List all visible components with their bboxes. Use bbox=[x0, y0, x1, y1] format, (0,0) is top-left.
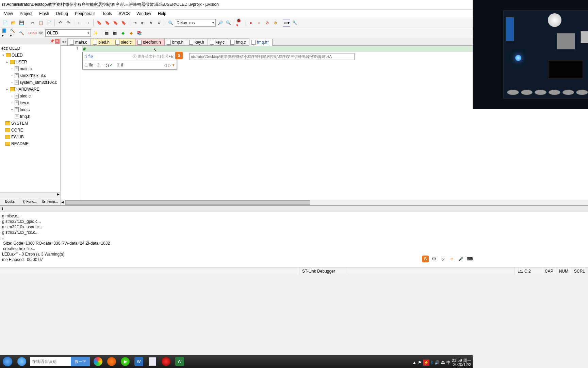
save-icon[interactable]: 💾 bbox=[18, 19, 25, 27]
find-icon[interactable]: 🔍 bbox=[167, 19, 174, 27]
scroll-right-icon[interactable]: ▶ bbox=[57, 193, 60, 196]
ime-punct-icon[interactable]: ッ bbox=[440, 256, 446, 262]
window-icon[interactable]: ▭▾ bbox=[283, 19, 290, 27]
search-button[interactable]: 搜一下 bbox=[71, 357, 90, 366]
editor-hscroll[interactable]: ◀ bbox=[61, 200, 588, 205]
debug-icon[interactable]: 🐞▾ bbox=[236, 19, 243, 27]
tray-icon[interactable]: ▲ bbox=[412, 360, 416, 365]
tab-oledfont-h[interactable]: oledfont.h bbox=[135, 39, 165, 45]
nav-fwd-icon[interactable]: → bbox=[84, 19, 92, 27]
tree-file[interactable]: fmq.h bbox=[1, 113, 60, 120]
tree-file[interactable]: ▾fmq.c bbox=[1, 106, 60, 113]
tree-file[interactable]: ▫system_stm32f10x.c bbox=[1, 79, 60, 86]
ime-keyboard-icon[interactable]: ⌨ bbox=[466, 256, 473, 262]
menu-flash[interactable]: Flash bbox=[36, 11, 52, 17]
copy-icon[interactable]: 📋 bbox=[37, 19, 45, 27]
find-combo[interactable]: Delay_ms ▾ bbox=[175, 19, 216, 27]
build-output-body[interactable]: g misc.c... g stm32f10x_gpio.c... g stm3… bbox=[0, 212, 588, 266]
breakpoint-kill-all-icon[interactable]: ⊗ bbox=[272, 19, 279, 27]
redo-icon[interactable]: ↷ bbox=[65, 19, 72, 27]
rebuild-icon[interactable]: 🔨 bbox=[18, 29, 25, 37]
bluetooth-icon[interactable]: ᛒ bbox=[431, 360, 433, 365]
taskbar-clock[interactable]: 21:59 周一 2020/12/2 bbox=[452, 358, 471, 367]
ime-candidate-3[interactable]: 3.if bbox=[117, 63, 123, 67]
ime-floating-toolbar[interactable]: S 中 ッ ☺ 🎤 ⌨ bbox=[422, 256, 473, 262]
ime-expand-icon[interactable]: ▾ bbox=[173, 63, 175, 67]
menu-project[interactable]: Project bbox=[17, 11, 35, 17]
manage-rtx-icon[interactable]: ◆ bbox=[119, 29, 127, 37]
paste-icon[interactable]: 📄 bbox=[45, 19, 53, 27]
tab-bmp-h[interactable]: bmp.h bbox=[164, 39, 187, 45]
wps-icon[interactable]: W bbox=[132, 355, 146, 368]
options-icon[interactable]: ✨ bbox=[92, 29, 99, 37]
breakpoint-kill-icon[interactable]: ⊘ bbox=[263, 19, 271, 27]
sidebar-tab-templates[interactable]: 0▸ Temp... bbox=[40, 198, 60, 205]
volume-icon[interactable]: 🔊 bbox=[435, 360, 440, 365]
ime-next-icon[interactable]: ▷ bbox=[168, 63, 171, 67]
scroll-left-icon[interactable]: ◀ bbox=[61, 200, 64, 204]
bookmark-prev-icon[interactable]: 🔖 bbox=[103, 19, 111, 27]
cut-icon[interactable]: ✂ bbox=[29, 19, 36, 27]
flag-icon[interactable]: ⚑ bbox=[418, 360, 422, 365]
ime-voice-icon[interactable]: 🎤 bbox=[457, 256, 464, 262]
incremental-find-icon[interactable]: 🔍 bbox=[225, 19, 232, 27]
menu-debug[interactable]: Debug bbox=[53, 11, 71, 17]
new-icon[interactable]: 📄 bbox=[1, 19, 9, 27]
ie-icon[interactable] bbox=[15, 355, 29, 368]
app-icon[interactable]: W bbox=[173, 355, 186, 368]
ime-lang-toggle[interactable]: 中 bbox=[431, 256, 438, 262]
chrome-icon[interactable] bbox=[91, 355, 105, 368]
menu-view[interactable]: View bbox=[1, 11, 16, 17]
translate-icon[interactable]: 📘▾ bbox=[1, 29, 9, 37]
tab-nav-right-icon[interactable]: ▶ bbox=[64, 39, 67, 44]
windows-taskbar[interactable]: 搜一下 ▶ W W ▲ ⚑ ⚡ ᛒ 🔊 🖧 中 21:59 周一 2020/12… bbox=[0, 355, 473, 368]
tab-fmq-h[interactable]: fmq.h* bbox=[249, 39, 273, 46]
bookmark-icon[interactable]: 🔖 bbox=[95, 19, 103, 27]
tree-file[interactable]: ▫main.c bbox=[1, 65, 60, 72]
firefox-icon[interactable] bbox=[105, 355, 118, 368]
tab-nav-left-icon[interactable]: ◀ bbox=[61, 39, 64, 44]
books-icon[interactable]: 📚 bbox=[135, 29, 143, 37]
find-in-files-icon[interactable]: 🔎 bbox=[216, 19, 224, 27]
sogou-s-icon[interactable]: S bbox=[422, 256, 429, 262]
outdent-icon[interactable]: ⇤ bbox=[139, 19, 147, 27]
close-icon[interactable]: ✕ bbox=[55, 39, 60, 44]
search-input[interactable] bbox=[30, 357, 71, 366]
batch-build-icon[interactable]: ⚙ bbox=[37, 29, 45, 37]
breakpoint-icon[interactable]: ● bbox=[247, 19, 255, 27]
tree-file[interactable]: ▫stm32f10x_it.c bbox=[1, 72, 60, 79]
ime-lang-icon[interactable]: 中 bbox=[446, 360, 451, 366]
sidebar-tab-functions[interactable]: {} Func... bbox=[20, 198, 40, 205]
breakpoint-disable-icon[interactable]: ○ bbox=[255, 19, 263, 27]
network-icon[interactable]: 🖧 bbox=[441, 360, 445, 365]
ime-candidate-1[interactable]: 1.ife bbox=[85, 63, 93, 67]
start-button[interactable] bbox=[0, 355, 15, 368]
record-icon[interactable] bbox=[159, 355, 173, 368]
indent-icon[interactable]: ⇥ bbox=[131, 19, 138, 27]
tree-group-hardware[interactable]: ▸HARDWARE bbox=[1, 86, 60, 93]
open-icon[interactable]: 📂 bbox=[10, 19, 17, 27]
undo-icon[interactable]: ↶ bbox=[56, 19, 64, 27]
manage-multi-icon[interactable]: ▦ bbox=[111, 29, 118, 37]
uncomment-icon[interactable]: // bbox=[156, 19, 163, 27]
pin-icon[interactable]: 📌 bbox=[50, 39, 54, 43]
bookmark-clear-icon[interactable]: 🔖 bbox=[120, 19, 127, 27]
ime-prev-icon[interactable]: ◁ bbox=[164, 63, 167, 67]
tree-group-core[interactable]: CORE bbox=[1, 127, 60, 134]
tree-file[interactable]: ▫key.c bbox=[1, 99, 60, 106]
menu-svcs[interactable]: SVCS bbox=[116, 11, 133, 17]
media-icon[interactable]: ▶ bbox=[118, 355, 132, 368]
ime-emoji-icon[interactable]: ☺ bbox=[448, 256, 455, 262]
tab-fmq-c[interactable]: fmq.c bbox=[228, 39, 249, 45]
tree-group-system[interactable]: SYSTEM bbox=[1, 120, 60, 127]
tree-group-fwlib[interactable]: FWLIB bbox=[1, 134, 60, 140]
ime-popup[interactable]: ife ⓘ 更多英文补全(分号+E) S 1.ife 2.一分✓ 3.if ◁ … bbox=[82, 52, 177, 70]
tree-target[interactable]: ▾OLED bbox=[1, 52, 60, 59]
flash-icon[interactable]: ⚡ bbox=[423, 359, 429, 366]
target-combo[interactable]: OLED ▾ bbox=[45, 29, 91, 37]
tree-project-root[interactable]: ect: OLED bbox=[1, 45, 60, 52]
comment-icon[interactable]: // bbox=[147, 19, 155, 27]
menu-peripherals[interactable]: Peripherals bbox=[72, 11, 98, 17]
menu-tools[interactable]: Tools bbox=[100, 11, 115, 17]
tab-key-c[interactable]: key.c bbox=[208, 39, 228, 45]
